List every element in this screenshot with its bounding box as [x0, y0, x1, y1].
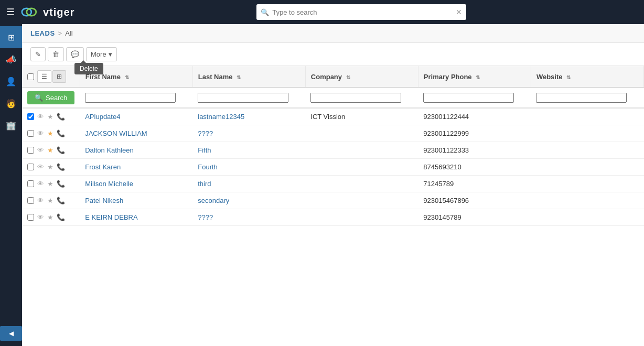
primary-phone-cell: 923001122333: [418, 142, 531, 159]
person-icon: 🧑: [6, 99, 16, 109]
star-icon[interactable]: ★: [47, 129, 53, 137]
row-select-cell: 👁 ★ 📞: [22, 209, 80, 226]
phone-icon[interactable]: 📞: [57, 113, 65, 121]
grid-icon: ⊞: [8, 33, 15, 42]
last-name-cell: third: [192, 176, 305, 192]
search-website-input[interactable]: [536, 93, 627, 103]
more-button[interactable]: More ▾: [86, 47, 117, 61]
search-input[interactable]: [272, 8, 456, 16]
first-name-link[interactable]: Millson Michelle: [85, 180, 133, 188]
phone-icon[interactable]: 📞: [57, 213, 65, 221]
company-sort-icon[interactable]: ⇅: [346, 74, 350, 80]
first-name-link[interactable]: Dalton Kathleen: [85, 146, 134, 154]
row-select-cell: 👁 ★ 📞: [22, 159, 80, 176]
star-icon[interactable]: ★: [47, 163, 53, 171]
select-all-checkbox[interactable]: [27, 73, 34, 80]
table-row: 👁 ★ 📞 Millson Michelle third 71245789: [22, 176, 644, 192]
breadcrumb-module[interactable]: LEADS: [30, 29, 55, 37]
sidebar-item-announcements[interactable]: 📣: [0, 48, 22, 70]
comment-button[interactable]: 💬: [66, 47, 84, 61]
eye-icon[interactable]: 👁: [37, 213, 44, 221]
star-icon[interactable]: ★: [47, 213, 53, 221]
sidebar-item-buildings[interactable]: 🏢: [0, 114, 22, 136]
last-name-link[interactable]: Fourth: [198, 163, 218, 171]
search-button[interactable]: 🔍 Search: [27, 91, 74, 104]
row-checkbox[interactable]: [27, 113, 34, 120]
search-company-input[interactable]: [310, 93, 401, 103]
select-all-header: ☰ ⊞: [22, 66, 80, 88]
phone-icon[interactable]: 📞: [57, 180, 65, 188]
phone-icon[interactable]: 📞: [57, 197, 65, 204]
main-content: LEADS > All ✎ 🗑 💬 More ▾ Delete: [22, 24, 644, 346]
row-checkbox[interactable]: [27, 197, 34, 204]
last-name-sort-icon[interactable]: ⇅: [237, 74, 241, 80]
primary-phone-value: 923001122333: [423, 146, 469, 154]
last-name-cell: lastname12345: [192, 108, 305, 125]
eye-icon[interactable]: 👁: [37, 163, 44, 171]
search-last-name-input[interactable]: [198, 93, 288, 103]
star-icon[interactable]: ★: [47, 197, 53, 204]
row-select-cell: 👁 ★ 📞: [22, 142, 80, 159]
last-name-link[interactable]: Fifth: [198, 146, 211, 154]
last-name-cell: Fifth: [192, 142, 305, 159]
eye-icon[interactable]: 👁: [37, 146, 44, 154]
website-sort-icon[interactable]: ⇅: [566, 74, 571, 80]
delete-button[interactable]: 🗑: [48, 47, 64, 61]
search-bar: 🔍 ✕: [256, 4, 466, 20]
eye-icon[interactable]: 👁: [37, 113, 44, 121]
last-name-link[interactable]: third: [198, 180, 211, 188]
star-icon[interactable]: ★: [47, 180, 53, 188]
sidebar-item-home[interactable]: ⊞: [0, 26, 22, 48]
last-name-link[interactable]: ????: [198, 213, 213, 221]
col-header-company: Company ⇅: [305, 66, 418, 88]
table-body: 👁 ★ 📞 APlupdate4 lastname12345 ICT Vissi…: [22, 108, 644, 226]
first-name-link[interactable]: E KEIRN DEBRA: [85, 213, 137, 221]
first-name-link[interactable]: APlupdate4: [85, 113, 120, 121]
eye-icon[interactable]: 👁: [37, 129, 44, 137]
phone-icon[interactable]: 📞: [57, 129, 65, 137]
search-phone-input[interactable]: [423, 93, 514, 103]
row-checkbox[interactable]: [27, 180, 34, 187]
row-checkbox[interactable]: [27, 164, 34, 170]
breadcrumb: LEADS > All: [22, 24, 644, 43]
row-checkbox[interactable]: [27, 214, 34, 221]
primary-phone-sort-icon[interactable]: ⇅: [476, 74, 480, 80]
company-cell: [305, 176, 418, 192]
logo-text: vtiger: [43, 6, 74, 18]
search-first-name-input[interactable]: [85, 93, 176, 103]
row-checkbox[interactable]: [27, 130, 34, 137]
first-name-sort-icon[interactable]: ⇅: [125, 74, 129, 80]
first-name-cell: Frost Karen: [80, 159, 192, 176]
sidebar-toggle[interactable]: ◀: [0, 326, 22, 341]
last-name-link[interactable]: ????: [198, 129, 213, 137]
row-checkbox[interactable]: [27, 147, 34, 154]
primary-phone-value: 71245789: [423, 180, 454, 188]
search-phone-cell: [418, 88, 531, 108]
col-header-website: Website ⇅: [531, 66, 643, 88]
search-clear-icon[interactable]: ✕: [456, 8, 462, 16]
star-icon[interactable]: ★: [47, 146, 53, 154]
website-cell: [531, 108, 643, 125]
sidebar-item-person[interactable]: 🧑: [0, 92, 22, 114]
sidebar-item-contacts[interactable]: 👤: [0, 70, 22, 92]
first-name-link[interactable]: JACKSON WILLIAM: [85, 129, 147, 137]
company-cell: [305, 209, 418, 226]
search-icon: 🔍: [261, 8, 269, 16]
row-select-cell: 👁 ★ 📞: [22, 108, 80, 125]
hamburger-icon[interactable]: ☰: [6, 6, 15, 18]
primary-phone-cell: 923001122999: [418, 125, 531, 142]
first-name-cell: APlupdate4: [80, 108, 192, 125]
last-name-link[interactable]: lastname12345: [198, 113, 244, 121]
eye-icon[interactable]: 👁: [37, 197, 44, 204]
star-icon[interactable]: ★: [47, 113, 53, 121]
website-cell: [531, 142, 643, 159]
first-name-link[interactable]: Frost Karen: [85, 163, 121, 171]
eye-icon[interactable]: 👁: [37, 180, 44, 188]
phone-icon[interactable]: 📞: [57, 146, 65, 154]
grid-view-button[interactable]: ⊞: [52, 70, 66, 83]
first-name-link[interactable]: Patel Nikesh: [85, 197, 123, 204]
phone-icon[interactable]: 📞: [57, 163, 65, 171]
edit-button[interactable]: ✎: [30, 47, 46, 61]
list-view-button[interactable]: ☰: [37, 70, 51, 83]
last-name-link[interactable]: secondary: [198, 197, 229, 204]
